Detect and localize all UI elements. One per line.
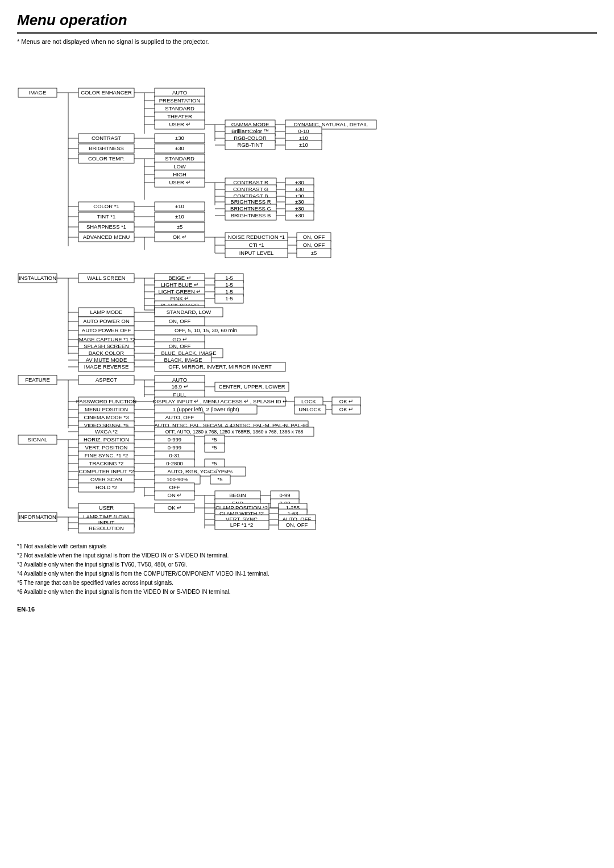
- svg-text:LOCK: LOCK: [301, 398, 317, 404]
- svg-text:HORIZ. POSITION: HORIZ. POSITION: [84, 436, 129, 443]
- svg-text:BEGIN: BEGIN: [229, 492, 246, 498]
- svg-text:FEATURE: FEATURE: [25, 377, 50, 383]
- svg-text:BRIGHTNESS B: BRIGHTNESS B: [231, 212, 271, 218]
- svg-text:CONTRAST R: CONTRAST R: [233, 179, 268, 185]
- svg-text:OK ↵: OK ↵: [339, 398, 353, 404]
- svg-text:ASPECT: ASPECT: [96, 377, 117, 383]
- footnotes: *1 Not available with certain signals *2…: [17, 542, 597, 597]
- svg-text:INFORMATION: INFORMATION: [19, 514, 56, 520]
- svg-text:±10: ±10: [299, 135, 308, 141]
- svg-text:BLACK, IMAGE: BLACK, IMAGE: [164, 357, 202, 363]
- svg-text:HIGH: HIGH: [173, 171, 186, 177]
- svg-text:ADVANCED MENU: ADVANCED MENU: [83, 234, 130, 240]
- svg-text:COLOR TEMP.: COLOR TEMP.: [88, 155, 125, 162]
- svg-text:0-999: 0-999: [168, 444, 181, 450]
- svg-text:0-10: 0-10: [298, 128, 309, 134]
- svg-text:±30: ±30: [295, 205, 304, 212]
- svg-text:OFF, MIRROR, INVERT, MIRROR IN: OFF, MIRROR, INVERT, MIRROR INVERT: [168, 363, 272, 370]
- svg-text:0-99: 0-99: [279, 492, 290, 498]
- svg-text:±5: ±5: [177, 224, 183, 230]
- svg-text:RGB-COLOR: RGB-COLOR: [234, 135, 267, 141]
- svg-text:AUTO: AUTO: [172, 377, 187, 383]
- menu-diagram: text { font-family: Arial, sans-serif; f…: [17, 53, 597, 531]
- svg-text:CONTRAST G: CONTRAST G: [233, 186, 268, 192]
- svg-text:0-31: 0-31: [169, 452, 180, 458]
- svg-text:0-2800: 0-2800: [166, 460, 183, 466]
- svg-text:ON, OFF: ON, OFF: [286, 522, 308, 528]
- svg-text:USER: USER: [99, 505, 114, 511]
- svg-text:*5: *5: [212, 436, 217, 443]
- svg-text:OFF, AUTO, 1280 x 768, 1280 x : OFF, AUTO, 1280 x 768, 1280 x 768RB, 136…: [165, 429, 304, 435]
- svg-text:ON, OFF: ON, OFF: [169, 318, 191, 324]
- svg-text:*5: *5: [218, 476, 223, 482]
- svg-text:NOISE REDUCTION *1: NOISE REDUCTION *1: [228, 234, 285, 240]
- svg-text:ON, OFF: ON, OFF: [303, 242, 325, 248]
- svg-text:1-5: 1-5: [225, 275, 233, 281]
- footnote-6: *6 Available only when the input signal …: [17, 588, 597, 597]
- svg-text:AUTO: AUTO: [172, 89, 187, 96]
- svg-text:±30: ±30: [175, 145, 184, 151]
- svg-text:±10: ±10: [175, 213, 184, 220]
- svg-text:THEATER: THEATER: [167, 113, 192, 119]
- svg-text:±30: ±30: [175, 135, 184, 141]
- svg-text:IMAGE REVERSE: IMAGE REVERSE: [84, 363, 129, 370]
- svg-text:SHARPNESS *1: SHARPNESS *1: [86, 224, 126, 230]
- svg-text:OK ↵: OK ↵: [168, 505, 181, 511]
- svg-text:CINEMA MODE *3: CINEMA MODE *3: [84, 414, 128, 420]
- svg-text:BLUE, BLACK, IMAGE: BLUE, BLACK, IMAGE: [161, 350, 216, 356]
- svg-text:OFF, 5, 10, 15, 30, 60 min: OFF, 5, 10, 15, 30, 60 min: [175, 327, 237, 333]
- svg-text:BRIGHTNESS: BRIGHTNESS: [89, 145, 124, 151]
- footnote-2: *2 Not available when the input signal i…: [17, 551, 597, 560]
- svg-text:0-999: 0-999: [168, 436, 181, 443]
- svg-text:LIGHT BLUE ↵: LIGHT BLUE ↵: [161, 282, 198, 288]
- svg-text:PINK ↵: PINK ↵: [171, 295, 189, 301]
- svg-text:GAMMA MODE: GAMMA MODE: [231, 121, 269, 127]
- svg-text:STANDARD: STANDARD: [165, 105, 194, 111]
- svg-text:CENTER, UPPER, LOWER: CENTER, UPPER, LOWER: [218, 383, 285, 390]
- svg-text:PRESENTATION: PRESENTATION: [159, 97, 201, 104]
- svg-text:ON, OFF: ON, OFF: [303, 234, 325, 240]
- svg-text:SPLASH SCREEN: SPLASH SCREEN: [84, 343, 129, 349]
- svg-text:RGB-TINT: RGB-TINT: [238, 142, 263, 148]
- svg-text:DYNAMIC, NATURAL, DETAIL: DYNAMIC, NATURAL, DETAIL: [294, 121, 368, 127]
- svg-text:±10: ±10: [175, 203, 184, 209]
- svg-text:SIGNAL: SIGNAL: [28, 436, 48, 443]
- svg-text:USER ↵: USER ↵: [169, 121, 190, 127]
- svg-text:TRACKING *2: TRACKING *2: [89, 460, 124, 466]
- svg-text:WXGA *2: WXGA *2: [95, 428, 118, 435]
- svg-text:OFF: OFF: [169, 484, 180, 490]
- svg-text:AUTO, OFF: AUTO, OFF: [165, 414, 194, 420]
- svg-text:INPUT LEVEL: INPUT LEVEL: [239, 250, 274, 256]
- svg-text:OVER SCAN: OVER SCAN: [90, 476, 122, 482]
- page-title: Menu operation: [17, 11, 597, 34]
- svg-text:AUTO, RGB, YC₆C₆/YP₆P₆: AUTO, RGB, YC₆C₆/YP₆P₆: [168, 468, 233, 474]
- svg-text:PASSWORD FUNCTION: PASSWORD FUNCTION: [76, 398, 137, 404]
- svg-text:1-5: 1-5: [225, 282, 233, 288]
- svg-text:RESOLUTION: RESOLUTION: [89, 525, 124, 531]
- page-number: EN-16: [17, 606, 597, 613]
- svg-text:±30: ±30: [295, 212, 304, 218]
- footnote-5: *5 The range that can be specified varie…: [17, 578, 597, 588]
- svg-text:BRIGHTNESS R: BRIGHTNESS R: [230, 199, 271, 205]
- svg-text:CONTRAST: CONTRAST: [92, 135, 121, 141]
- svg-text:UNLOCK: UNLOCK: [298, 406, 321, 412]
- svg-text:STANDARD: STANDARD: [165, 155, 194, 162]
- svg-text:±30: ±30: [295, 199, 304, 205]
- svg-text:STANDARD, LOW: STANDARD, LOW: [167, 309, 211, 315]
- page-subtitle: * Menus are not displayed when no signal…: [17, 38, 597, 45]
- footnote-4: *4 Available only when the input signal …: [17, 569, 597, 578]
- svg-text:COLOR ENHANCER: COLOR ENHANCER: [81, 89, 132, 96]
- svg-text:BrilliantColor ™: BrilliantColor ™: [231, 128, 269, 134]
- svg-text:FULL: FULL: [173, 391, 186, 398]
- svg-text:1 (upper left), 2 (lower right: 1 (upper left), 2 (lower right): [172, 406, 239, 412]
- svg-text:16:9 ↵: 16:9 ↵: [171, 383, 188, 390]
- svg-text:IMAGE CAPTURE *1 *2: IMAGE CAPTURE *1 *2: [77, 336, 135, 342]
- svg-text:1-5: 1-5: [225, 295, 233, 301]
- svg-text:*5: *5: [212, 460, 217, 466]
- svg-text:OK ↵: OK ↵: [173, 234, 186, 240]
- svg-text:ON, OFF: ON, OFF: [169, 343, 191, 349]
- svg-text:AUTO POWER ON: AUTO POWER ON: [83, 318, 130, 324]
- svg-text:USER ↵: USER ↵: [169, 179, 190, 185]
- svg-text:LPF *1 *2: LPF *1 *2: [230, 522, 254, 528]
- svg-text:OK ↵: OK ↵: [339, 406, 353, 412]
